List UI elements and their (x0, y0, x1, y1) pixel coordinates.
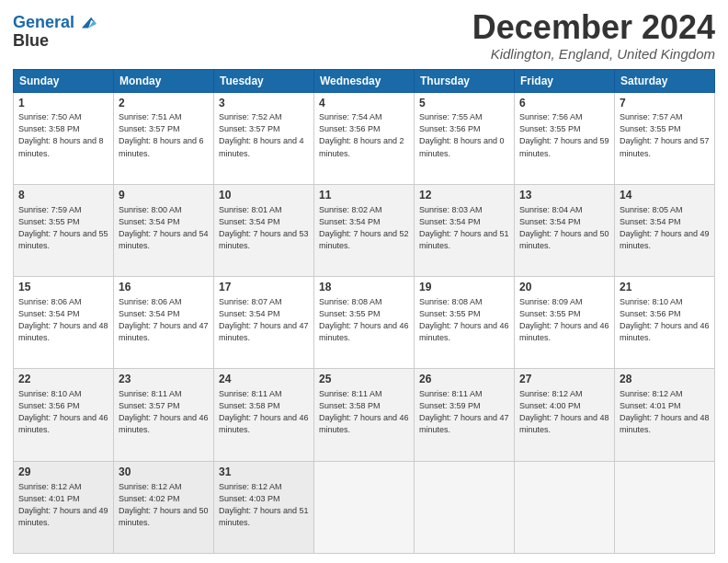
calendar-week-row: 1Sunrise: 7:50 AMSunset: 3:58 PMDaylight… (14, 92, 715, 184)
table-row (314, 461, 415, 553)
table-row: 4Sunrise: 7:54 AMSunset: 3:56 PMDaylight… (314, 92, 415, 184)
table-row: 18Sunrise: 8:08 AMSunset: 3:55 PMDayligh… (314, 277, 415, 369)
table-row: 26Sunrise: 8:11 AMSunset: 3:59 PMDayligh… (415, 369, 515, 461)
table-row: 14Sunrise: 8:05 AMSunset: 3:54 PMDayligh… (615, 184, 715, 276)
table-row: 17Sunrise: 8:07 AMSunset: 3:54 PMDayligh… (214, 277, 314, 369)
col-friday: Friday (515, 69, 615, 92)
col-wednesday: Wednesday (314, 69, 415, 92)
table-row: 12Sunrise: 8:03 AMSunset: 3:54 PMDayligh… (415, 184, 515, 276)
table-row: 28Sunrise: 8:12 AMSunset: 4:01 PMDayligh… (615, 369, 715, 461)
table-row (515, 461, 615, 553)
logo-line2: Blue (13, 31, 97, 51)
table-row: 29Sunrise: 8:12 AMSunset: 4:01 PMDayligh… (14, 461, 114, 553)
col-saturday: Saturday (615, 69, 715, 92)
table-row: 20Sunrise: 8:09 AMSunset: 3:55 PMDayligh… (515, 277, 615, 369)
title-block: December 2024 Kidlington, England, Unite… (472, 9, 715, 62)
table-row: 22Sunrise: 8:10 AMSunset: 3:56 PMDayligh… (14, 369, 114, 461)
table-row: 24Sunrise: 8:11 AMSunset: 3:58 PMDayligh… (214, 369, 314, 461)
logo-icon (76, 13, 97, 33)
table-row: 23Sunrise: 8:11 AMSunset: 3:57 PMDayligh… (114, 369, 214, 461)
month-title: December 2024 (472, 9, 715, 46)
table-row: 27Sunrise: 8:12 AMSunset: 4:00 PMDayligh… (515, 369, 615, 461)
table-row: 13Sunrise: 8:04 AMSunset: 3:54 PMDayligh… (515, 184, 615, 276)
calendar-week-row: 8Sunrise: 7:59 AMSunset: 3:55 PMDaylight… (14, 184, 715, 276)
table-row: 7Sunrise: 7:57 AMSunset: 3:55 PMDaylight… (615, 92, 715, 184)
table-row: 8Sunrise: 7:59 AMSunset: 3:55 PMDaylight… (14, 184, 114, 276)
table-row: 30Sunrise: 8:12 AMSunset: 4:02 PMDayligh… (114, 461, 214, 553)
calendar-week-row: 15Sunrise: 8:06 AMSunset: 3:54 PMDayligh… (14, 277, 715, 369)
logo: General Blue (13, 13, 97, 51)
table-row: 6Sunrise: 7:56 AMSunset: 3:55 PMDaylight… (515, 92, 615, 184)
table-row (415, 461, 515, 553)
location: Kidlington, England, United Kingdom (472, 46, 715, 62)
table-row: 16Sunrise: 8:06 AMSunset: 3:54 PMDayligh… (114, 277, 214, 369)
calendar-header-row: Sunday Monday Tuesday Wednesday Thursday… (14, 69, 715, 92)
calendar-table: Sunday Monday Tuesday Wednesday Thursday… (13, 69, 715, 554)
table-row: 2Sunrise: 7:51 AMSunset: 3:57 PMDaylight… (114, 92, 214, 184)
logo-text: General (13, 14, 74, 32)
page: General Blue December 2024 Kidlington, E… (0, 0, 728, 563)
table-row: 19Sunrise: 8:08 AMSunset: 3:55 PMDayligh… (415, 277, 515, 369)
table-row: 25Sunrise: 8:11 AMSunset: 3:58 PMDayligh… (314, 369, 415, 461)
table-row: 9Sunrise: 8:00 AMSunset: 3:54 PMDaylight… (114, 184, 214, 276)
table-row: 15Sunrise: 8:06 AMSunset: 3:54 PMDayligh… (14, 277, 114, 369)
calendar-week-row: 22Sunrise: 8:10 AMSunset: 3:56 PMDayligh… (14, 369, 715, 461)
table-row: 5Sunrise: 7:55 AMSunset: 3:56 PMDaylight… (415, 92, 515, 184)
header: General Blue December 2024 Kidlington, E… (13, 9, 715, 62)
table-row: 3Sunrise: 7:52 AMSunset: 3:57 PMDaylight… (214, 92, 314, 184)
calendar-week-row: 29Sunrise: 8:12 AMSunset: 4:01 PMDayligh… (14, 461, 715, 553)
table-row: 10Sunrise: 8:01 AMSunset: 3:54 PMDayligh… (214, 184, 314, 276)
table-row: 31Sunrise: 8:12 AMSunset: 4:03 PMDayligh… (214, 461, 314, 553)
col-thursday: Thursday (415, 69, 515, 92)
col-tuesday: Tuesday (214, 69, 314, 92)
col-sunday: Sunday (14, 69, 114, 92)
table-row: 11Sunrise: 8:02 AMSunset: 3:54 PMDayligh… (314, 184, 415, 276)
table-row: 1Sunrise: 7:50 AMSunset: 3:58 PMDaylight… (14, 92, 114, 184)
table-row (615, 461, 715, 553)
col-monday: Monday (114, 69, 214, 92)
table-row: 21Sunrise: 8:10 AMSunset: 3:56 PMDayligh… (615, 277, 715, 369)
